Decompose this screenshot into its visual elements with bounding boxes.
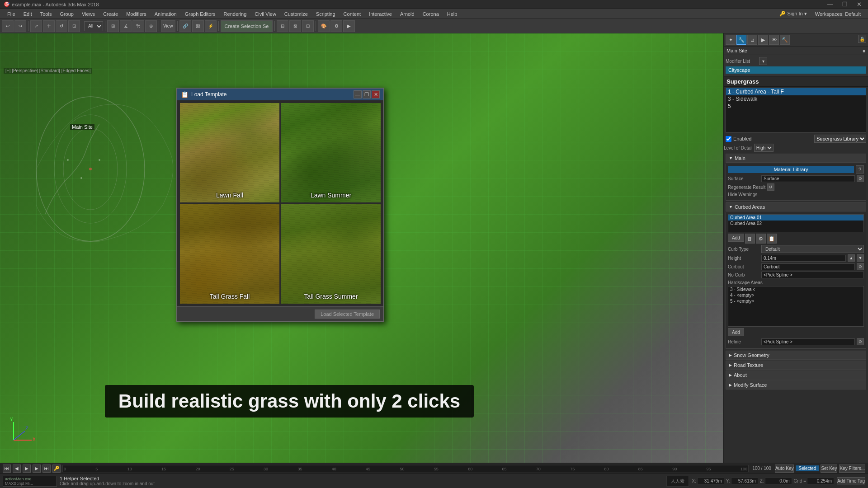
- template-cell-lawn-fall[interactable]: Lawn Fall: [179, 102, 280, 203]
- scale-btn[interactable]: ⊡: [68, 20, 80, 32]
- material-editor-btn[interactable]: 🎨: [318, 20, 330, 32]
- main-section-header[interactable]: ▼ Main: [726, 154, 866, 163]
- snow-geometry-header[interactable]: ▶ Snow Geometry: [726, 351, 866, 360]
- maxscript-area[interactable]: actionMan.exe MAXScript Mi...: [3, 476, 57, 487]
- modify-tab-icon[interactable]: 🔧: [736, 35, 746, 45]
- set-key-btn[interactable]: Set Key: [821, 465, 837, 473]
- go-start-btn[interactable]: ⏮: [3, 465, 11, 473]
- modifier-dropdown-btn[interactable]: ▾: [759, 57, 767, 65]
- enabled-checkbox[interactable]: [726, 136, 731, 142]
- curbed-add-btn[interactable]: Add: [728, 234, 744, 242]
- dialog-close-btn[interactable]: ✕: [372, 90, 380, 99]
- play-btn[interactable]: ▶: [23, 465, 31, 473]
- menu-help[interactable]: Help: [443, 10, 461, 18]
- menu-modifiers[interactable]: Modifiers: [123, 10, 150, 18]
- curb-type-select[interactable]: Default: [761, 245, 864, 253]
- template-cell-tall-grass-summer[interactable]: Tall Grass Summer: [280, 203, 382, 305]
- motion-tab-icon[interactable]: ▶: [758, 35, 768, 45]
- display-tab-icon[interactable]: 👁: [769, 35, 779, 45]
- timeline[interactable]: 0 5 10 15 20 25 30 35 40 45 50 55 60 65 …: [62, 465, 749, 472]
- sg-list-item-3[interactable]: 5: [726, 103, 866, 110]
- render-btn[interactable]: ▶: [343, 20, 355, 32]
- cityscape-modifier-item[interactable]: Cityscape: [726, 66, 866, 74]
- redo-btn[interactable]: ↪: [14, 20, 26, 32]
- spinner-snap-btn[interactable]: ⊕: [145, 20, 157, 32]
- curbed-item-1[interactable]: Curbed Area 01: [728, 215, 863, 221]
- next-frame-btn[interactable]: ▶: [33, 465, 41, 473]
- curbed-delete-btn[interactable]: 🗑: [745, 234, 755, 244]
- hardscape-add-btn[interactable]: Add: [728, 328, 744, 336]
- load-selected-template-btn[interactable]: Load Selected Template: [315, 310, 380, 319]
- menu-edit[interactable]: Edit: [20, 10, 36, 18]
- template-cell-lawn-summer[interactable]: Lawn Summer: [280, 102, 382, 203]
- menu-corona[interactable]: Corona: [419, 10, 443, 18]
- lod-select[interactable]: High: [754, 144, 774, 152]
- hierarchy-tab-icon[interactable]: ⊿: [747, 35, 757, 45]
- hardscape-item-1[interactable]: 3 - Sidewalk: [728, 286, 863, 292]
- undo-btn[interactable]: ↩: [2, 20, 14, 32]
- height-down-btn[interactable]: ▼: [857, 254, 864, 262]
- curbed-item-2[interactable]: Curbed Area 02: [728, 221, 863, 226]
- sign-in-btn[interactable]: 🔑 Sign In ▾: [776, 10, 810, 18]
- lock-selection-btn[interactable]: 🔒: [858, 35, 866, 43]
- menu-arnold[interactable]: Arnold: [396, 10, 418, 18]
- render-setup-btn[interactable]: ⚙: [330, 20, 342, 32]
- move-btn[interactable]: ✛: [43, 20, 55, 32]
- road-texture-header[interactable]: ▶ Road Texture: [726, 361, 866, 370]
- link-btn[interactable]: 🔗: [179, 20, 191, 32]
- viewport-view-btn[interactable]: View: [161, 20, 175, 32]
- title-bar-controls[interactable]: — ❐ ✕: [825, 1, 864, 8]
- array-btn[interactable]: ⊡: [302, 20, 314, 32]
- create-selection-set-btn[interactable]: Create Selection Se: [221, 20, 273, 32]
- menu-file[interactable]: File: [4, 10, 19, 18]
- percent-snap-btn[interactable]: %: [132, 20, 144, 32]
- viewport[interactable]: [+] [Perspective] [Standard] [Edged Face…: [0, 33, 723, 463]
- menu-create[interactable]: Create: [99, 10, 122, 18]
- menu-scripting[interactable]: Scripting: [312, 10, 339, 18]
- select-filter[interactable]: All: [84, 21, 103, 31]
- regenerate-btn[interactable]: ↺: [767, 183, 774, 191]
- sg-list-item-2[interactable]: 3 - Sidewalk: [726, 95, 866, 103]
- key-filters-btn[interactable]: Key Filters...: [839, 465, 865, 473]
- curbed-copy-btn[interactable]: 📋: [767, 234, 777, 244]
- menu-animation[interactable]: Animation: [151, 10, 180, 18]
- modify-surface-header[interactable]: ▶ Modify Surface: [726, 380, 866, 389]
- object-color-swatch[interactable]: ■: [863, 48, 865, 53]
- hardscape-item-3[interactable]: 5 - <empty>: [728, 298, 863, 304]
- curbout-pick-btn[interactable]: ⊙: [857, 263, 864, 270]
- menu-graph-editors[interactable]: Graph Editors: [181, 10, 219, 18]
- snap-btn[interactable]: ⊞: [107, 20, 119, 32]
- add-time-tag-btn[interactable]: Add Time Tag: [837, 477, 865, 485]
- menu-tools[interactable]: Tools: [37, 10, 56, 18]
- load-template-dialog[interactable]: 📋 Load Template — ❐ ✕ Lawn Fall: [176, 88, 384, 322]
- menu-customize[interactable]: Customize: [281, 10, 311, 18]
- menu-content[interactable]: Content: [340, 10, 365, 18]
- angle-snap-btn[interactable]: ∡: [120, 20, 132, 32]
- align-btn[interactable]: ⊟: [277, 20, 288, 32]
- height-up-btn[interactable]: ▲: [848, 254, 855, 262]
- bind-btn[interactable]: ⚡: [205, 20, 217, 32]
- menu-rendering[interactable]: Rendering: [220, 10, 250, 18]
- dialog-minimize-btn[interactable]: —: [354, 90, 362, 99]
- maximize-btn[interactable]: ❐: [840, 1, 850, 8]
- dialog-maximize-btn[interactable]: ❐: [363, 90, 371, 99]
- utilities-tab-icon[interactable]: 🔨: [780, 35, 790, 45]
- material-library-help-btn[interactable]: ?: [856, 165, 864, 174]
- close-btn[interactable]: ✕: [854, 1, 864, 8]
- menu-interactive[interactable]: Interactive: [365, 10, 396, 18]
- minimize-btn[interactable]: —: [825, 1, 836, 8]
- surface-pick-btn[interactable]: ⊙: [857, 175, 864, 182]
- mirror-btn[interactable]: ⊠: [289, 20, 301, 32]
- about-header[interactable]: ▶ About: [726, 371, 866, 380]
- library-select[interactable]: Supergrass Library: [814, 135, 866, 143]
- unlink-btn[interactable]: ⛓: [192, 20, 204, 32]
- hardscape-item-2[interactable]: 4 - <empty>: [728, 292, 863, 298]
- dialog-controls[interactable]: — ❐ ✕: [354, 90, 380, 99]
- go-end-btn[interactable]: ⏭: [42, 465, 51, 473]
- menu-views[interactable]: Views: [78, 10, 99, 18]
- material-library-btn[interactable]: Material Library: [728, 166, 854, 173]
- template-cell-tall-grass-fall[interactable]: Tall Grass Fall: [179, 203, 280, 305]
- prev-frame-btn[interactable]: ◀: [13, 465, 21, 473]
- create-tab-icon[interactable]: ✦: [726, 35, 736, 45]
- auto-key-btn[interactable]: Auto Key: [775, 465, 794, 473]
